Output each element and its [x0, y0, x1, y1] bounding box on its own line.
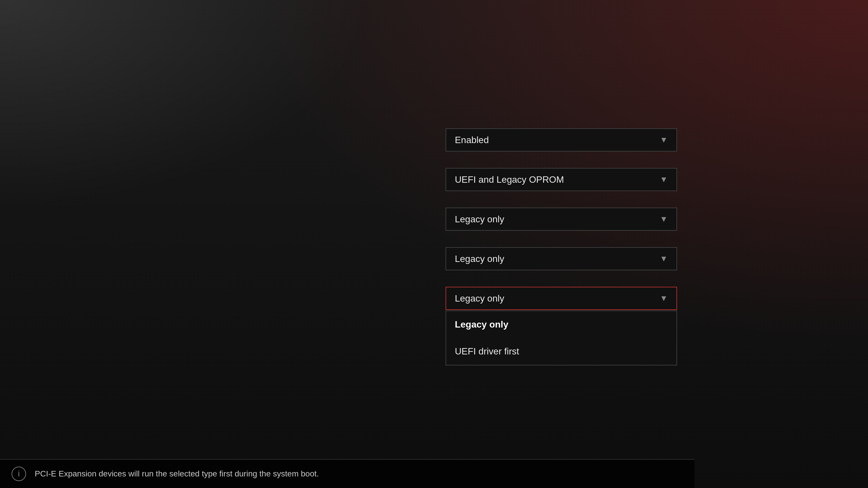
main-container: ROG UEFI BIOS Utility – Advanced Mode 12…	[0, 0, 868, 488]
dropdown-chevron-icon: ▼	[660, 175, 668, 184]
boot-network-value: Legacy only	[455, 214, 504, 225]
launch-csm-value-area: Enabled ▼	[445, 128, 677, 152]
dropdown-chevron-icon: ▼	[660, 294, 668, 303]
dropdown-chevron-icon: ▼	[660, 215, 668, 224]
boot-device-control-value: UEFI and Legacy OPROM	[455, 174, 564, 185]
launch-csm-dropdown[interactable]: Enabled ▼	[445, 128, 677, 152]
boot-pcie-value-area: Legacy only ▼ Legacy only UEFI driver fi…	[445, 287, 677, 310]
info-text: PCI-E Expansion devices will run the sel…	[35, 469, 319, 479]
boot-storage-dropdown[interactable]: Legacy only ▼	[445, 247, 677, 270]
boot-device-control-dropdown[interactable]: UEFI and Legacy OPROM ▼	[445, 168, 677, 191]
boot-pcie-dropdown-menu: Legacy only UEFI driver first	[445, 311, 677, 365]
boot-pcie-dropdown[interactable]: Legacy only ▼	[445, 287, 677, 310]
info-icon: i	[11, 466, 26, 481]
dropdown-chevron-icon: ▼	[660, 254, 668, 263]
dropdown-option-legacy-only[interactable]: Legacy only	[446, 311, 677, 338]
boot-storage-value-area: Legacy only ▼	[445, 247, 677, 270]
dropdown-option-uefi-driver-first[interactable]: UEFI driver first	[446, 338, 677, 365]
dropdown-chevron-icon: ▼	[660, 135, 668, 144]
boot-pcie-value: Legacy only	[455, 293, 504, 304]
boot-network-value-area: Legacy only ▼	[445, 207, 677, 231]
boot-device-control-value-area: UEFI and Legacy OPROM ▼	[445, 168, 677, 191]
launch-csm-value: Enabled	[455, 135, 489, 145]
boot-network-dropdown[interactable]: Legacy only ▼	[445, 207, 677, 231]
info-bar: i PCI-E Expansion devices will run the s…	[0, 459, 694, 488]
boot-storage-value: Legacy only	[455, 254, 504, 264]
background-overlay	[0, 0, 868, 488]
